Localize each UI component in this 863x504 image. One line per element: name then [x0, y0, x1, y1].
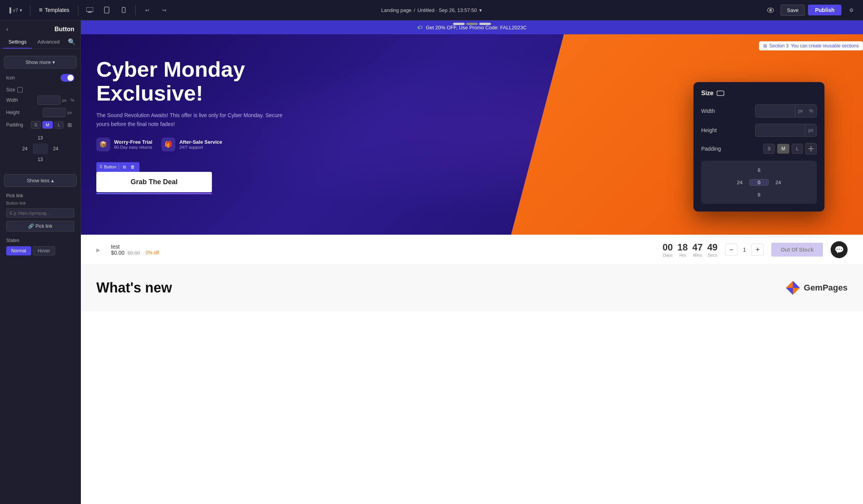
countdown-section: ▸ test $0.00 $0.00 · 0% off 00 Days	[81, 235, 863, 264]
padding-top-value: 13	[38, 135, 43, 141]
popup-pad-bot-center[interactable]: 8	[749, 192, 769, 198]
icon-row: Icon	[0, 72, 81, 84]
product-name: test	[111, 244, 655, 250]
desktop-view-button[interactable]	[83, 3, 97, 17]
version-label: v7	[13, 7, 18, 13]
popup-width-unit-pct[interactable]: %	[806, 105, 816, 117]
pad-mid-left[interactable]: 24	[17, 143, 33, 154]
svg-marker-9	[786, 288, 793, 295]
redo-button[interactable]: ↪	[157, 3, 171, 17]
popup-height-input[interactable]: Auto	[756, 124, 805, 136]
hrs-label: Hrs	[677, 253, 688, 257]
settings-button[interactable]: ⚙	[845, 3, 858, 17]
hrs-block: 18 Hrs	[677, 242, 688, 257]
svg-rect-3	[104, 7, 109, 13]
version-caret-icon: ▾	[20, 7, 22, 13]
width-unit-pct[interactable]: %	[71, 98, 74, 102]
undo-button[interactable]: ↩	[140, 3, 154, 17]
state-hover-button[interactable]: Hover	[33, 246, 55, 255]
svg-point-6	[769, 9, 771, 11]
popup-pad-custom-icon[interactable]	[805, 143, 817, 155]
padding-s-button[interactable]: S	[31, 121, 40, 129]
height-label: Height	[6, 110, 20, 115]
qty-plus-button[interactable]: +	[751, 244, 764, 256]
padding-label: Padding	[6, 122, 23, 128]
tag-icon: 🏷	[417, 24, 423, 30]
popup-width-input[interactable]: Auto	[756, 105, 795, 117]
pad-mid-right[interactable]: 24	[48, 143, 64, 154]
section-marker-link[interactable]: You can create reusable sections	[791, 43, 859, 49]
mobile-view-button[interactable]	[117, 3, 131, 17]
svg-rect-4	[122, 7, 125, 13]
popup-pad-center[interactable]: 0	[749, 179, 769, 186]
price-original: $0.00	[128, 250, 140, 256]
feature-1-name: Worry-Free Trial	[114, 139, 152, 145]
graph-icon: ▐	[8, 7, 11, 13]
cta-button[interactable]: Grab The Deal	[96, 172, 212, 192]
pick-link-button[interactable]: 🔗 Pick link	[6, 221, 74, 232]
feature-2-desc: 24/7 support	[179, 145, 222, 150]
popup-padding-row: Padding S M L	[701, 143, 817, 155]
popup-width-unit-px[interactable]: px	[795, 105, 806, 117]
templates-button[interactable]: ≡ Templates	[35, 5, 73, 15]
size-icon	[17, 87, 23, 92]
tab-settings[interactable]: Settings	[3, 36, 32, 49]
padding-left-value: 24	[22, 146, 27, 151]
size-header: Size	[6, 87, 74, 92]
height-unit: px	[67, 110, 74, 115]
icon-toggle[interactable]	[60, 74, 74, 82]
divider-1	[30, 5, 30, 15]
padding-l-button[interactable]: L	[54, 121, 64, 129]
page-info: Landing page / Untitled · Sep 26, 13:57:…	[381, 7, 482, 13]
search-button[interactable]: 🔍	[66, 36, 77, 47]
popup-height-unit[interactable]: px	[805, 124, 816, 136]
popup-pad-mid-left[interactable]: 24	[730, 180, 749, 185]
save-button[interactable]: Save	[781, 5, 805, 16]
tablet-view-button[interactable]	[100, 3, 114, 17]
feature-2-icon: 🎁	[161, 138, 175, 151]
templates-label: Templates	[45, 7, 69, 13]
panel-header: ‹ Button	[0, 20, 81, 36]
padding-box: 13 24 24 13	[6, 133, 74, 165]
whats-new-heading: What's new	[96, 280, 172, 296]
button-delete-action[interactable]: 🗑	[129, 164, 136, 170]
height-input[interactable]: Auto	[43, 108, 66, 117]
width-input[interactable]: 281	[37, 96, 60, 105]
qty-minus-button[interactable]: −	[725, 244, 737, 256]
popup-padding-bottom: 8	[757, 192, 760, 198]
pad-top-center[interactable]: 13	[33, 133, 48, 143]
popup-pad-l-button[interactable]: L	[792, 144, 803, 154]
tab-advanced[interactable]: Advanced	[32, 36, 65, 49]
panel-back-icon[interactable]: ‹	[6, 26, 8, 33]
show-more-button[interactable]: Show more ▾	[4, 56, 77, 69]
show-less-button[interactable]: Show less ▴	[4, 174, 77, 187]
button-duplicate-action[interactable]: ⧉	[121, 164, 128, 170]
version-selector[interactable]: ▐ v7 ▾	[5, 6, 25, 15]
button-link-input[interactable]	[6, 208, 74, 218]
publish-button[interactable]: Publish	[808, 5, 841, 15]
popup-height-label: Height	[701, 127, 717, 133]
popup-pad-m-button[interactable]: M	[777, 144, 789, 154]
out-of-stock-button[interactable]: Out Of Stock	[771, 243, 823, 257]
pad-bot-center[interactable]: 13	[33, 154, 48, 165]
show-more-label: Show more	[25, 59, 51, 65]
preview-button[interactable]	[764, 3, 777, 17]
page-type: Landing page	[381, 7, 411, 13]
popup-pad-top-center[interactable]: 8	[749, 167, 769, 173]
padding-grid: 13 24 24 13	[17, 133, 64, 165]
toolbar-right: Save Publish ⚙	[764, 3, 858, 17]
link-icon: 🔗	[28, 223, 34, 229]
chat-bubble[interactable]: 💬	[831, 241, 848, 258]
svg-rect-2	[88, 12, 92, 13]
state-normal-button[interactable]: Normal	[6, 246, 31, 255]
popup-pad-mid-right[interactable]: 24	[769, 180, 788, 185]
divider-3	[135, 5, 136, 15]
cta-button-underline	[96, 193, 212, 194]
pad-mid-center	[33, 143, 48, 154]
popup-pad-s-button[interactable]: S	[763, 144, 775, 154]
padding-custom-icon[interactable]: ⊞	[65, 120, 74, 129]
padding-m-button[interactable]: M	[42, 121, 53, 129]
states-section: States Normal Hover	[0, 235, 81, 259]
mins-value: 47	[692, 242, 703, 253]
feature-2-name: After-Sale Service	[179, 139, 222, 145]
